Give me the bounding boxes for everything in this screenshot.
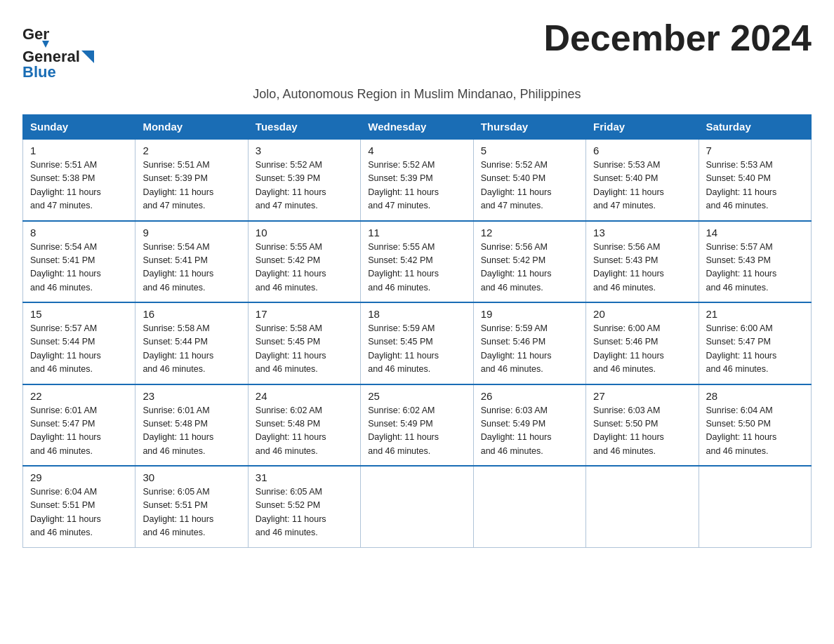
day-number: 25 bbox=[368, 390, 465, 402]
day-info: Sunrise: 5:52 AM Sunset: 5:39 PM Dayligh… bbox=[368, 159, 465, 213]
calendar-cell: 5 Sunrise: 5:52 AM Sunset: 5:40 PM Dayli… bbox=[473, 139, 585, 221]
calendar-cell: 1 Sunrise: 5:51 AM Sunset: 5:38 PM Dayli… bbox=[23, 139, 135, 221]
page-title: December 2024 bbox=[543, 17, 812, 59]
day-info: Sunrise: 5:52 AM Sunset: 5:40 PM Dayligh… bbox=[481, 159, 578, 213]
day-number: 5 bbox=[481, 145, 578, 156]
calendar-cell: 6 Sunrise: 5:53 AM Sunset: 5:40 PM Dayli… bbox=[586, 139, 699, 221]
day-number: 22 bbox=[30, 390, 128, 402]
column-header-tuesday: Tuesday bbox=[248, 115, 360, 140]
calendar-cell: 26 Sunrise: 6:03 AM Sunset: 5:49 PM Dayl… bbox=[473, 384, 585, 467]
column-header-friday: Friday bbox=[586, 115, 699, 140]
calendar-cell: 27 Sunrise: 6:03 AM Sunset: 5:50 PM Dayl… bbox=[586, 384, 699, 467]
day-number: 6 bbox=[593, 145, 691, 156]
calendar-cell: 14 Sunrise: 5:57 AM Sunset: 5:43 PM Dayl… bbox=[699, 221, 811, 303]
svg-marker-2 bbox=[81, 51, 94, 63]
calendar-cell bbox=[473, 466, 585, 547]
calendar-cell: 19 Sunrise: 5:59 AM Sunset: 5:46 PM Dayl… bbox=[473, 302, 585, 384]
calendar-table: SundayMondayTuesdayWednesdayThursdayFrid… bbox=[22, 114, 812, 548]
calendar-cell: 4 Sunrise: 5:52 AM Sunset: 5:39 PM Dayli… bbox=[361, 139, 473, 221]
calendar-cell: 2 Sunrise: 5:51 AM Sunset: 5:39 PM Dayli… bbox=[135, 139, 248, 221]
day-number: 21 bbox=[706, 308, 804, 320]
day-info: Sunrise: 5:56 AM Sunset: 5:42 PM Dayligh… bbox=[481, 241, 578, 295]
calendar-week-row: 8 Sunrise: 5:54 AM Sunset: 5:41 PM Dayli… bbox=[23, 221, 812, 303]
day-info: Sunrise: 5:58 AM Sunset: 5:45 PM Dayligh… bbox=[256, 322, 353, 377]
day-number: 2 bbox=[143, 145, 240, 156]
day-number: 15 bbox=[30, 308, 128, 320]
calendar-cell: 29 Sunrise: 6:04 AM Sunset: 5:51 PM Dayl… bbox=[23, 466, 135, 547]
day-info: Sunrise: 5:57 AM Sunset: 5:44 PM Dayligh… bbox=[30, 322, 128, 377]
day-info: Sunrise: 5:54 AM Sunset: 5:41 PM Dayligh… bbox=[30, 241, 128, 295]
day-number: 28 bbox=[706, 390, 804, 402]
day-number: 17 bbox=[256, 308, 353, 320]
day-info: Sunrise: 5:56 AM Sunset: 5:43 PM Dayligh… bbox=[593, 241, 691, 295]
calendar-cell: 30 Sunrise: 6:05 AM Sunset: 5:51 PM Dayl… bbox=[135, 466, 248, 547]
logo-blue-text: Blue bbox=[22, 63, 56, 81]
calendar-cell: 25 Sunrise: 6:02 AM Sunset: 5:49 PM Dayl… bbox=[361, 384, 473, 467]
day-number: 20 bbox=[593, 308, 691, 320]
day-info: Sunrise: 6:01 AM Sunset: 5:48 PM Dayligh… bbox=[143, 404, 240, 459]
day-info: Sunrise: 5:54 AM Sunset: 5:41 PM Dayligh… bbox=[143, 241, 240, 295]
calendar-cell: 15 Sunrise: 5:57 AM Sunset: 5:44 PM Dayl… bbox=[23, 302, 135, 384]
day-info: Sunrise: 6:01 AM Sunset: 5:47 PM Dayligh… bbox=[30, 404, 128, 459]
calendar-header-row: SundayMondayTuesdayWednesdayThursdayFrid… bbox=[23, 115, 812, 140]
calendar-cell: 10 Sunrise: 5:55 AM Sunset: 5:42 PM Dayl… bbox=[248, 221, 360, 303]
day-number: 26 bbox=[481, 390, 578, 402]
day-info: Sunrise: 6:04 AM Sunset: 5:51 PM Dayligh… bbox=[30, 485, 128, 540]
calendar-cell: 28 Sunrise: 6:04 AM Sunset: 5:50 PM Dayl… bbox=[699, 384, 811, 467]
day-info: Sunrise: 6:02 AM Sunset: 5:49 PM Dayligh… bbox=[368, 404, 465, 459]
svg-marker-1 bbox=[42, 41, 49, 48]
calendar-cell: 9 Sunrise: 5:54 AM Sunset: 5:41 PM Dayli… bbox=[135, 221, 248, 303]
day-info: Sunrise: 6:04 AM Sunset: 5:50 PM Dayligh… bbox=[706, 404, 804, 459]
day-number: 27 bbox=[593, 390, 691, 402]
day-number: 16 bbox=[143, 308, 240, 320]
day-info: Sunrise: 6:00 AM Sunset: 5:46 PM Dayligh… bbox=[593, 322, 691, 377]
day-number: 10 bbox=[256, 227, 353, 239]
day-info: Sunrise: 5:51 AM Sunset: 5:39 PM Dayligh… bbox=[143, 159, 240, 213]
day-number: 30 bbox=[143, 471, 240, 483]
day-number: 29 bbox=[30, 471, 128, 483]
calendar-cell: 7 Sunrise: 5:53 AM Sunset: 5:40 PM Dayli… bbox=[699, 139, 811, 221]
calendar-cell: 12 Sunrise: 5:56 AM Sunset: 5:42 PM Dayl… bbox=[473, 221, 585, 303]
calendar-week-row: 15 Sunrise: 5:57 AM Sunset: 5:44 PM Dayl… bbox=[23, 302, 812, 384]
calendar-cell: 16 Sunrise: 5:58 AM Sunset: 5:44 PM Dayl… bbox=[135, 302, 248, 384]
calendar-cell bbox=[361, 466, 473, 547]
day-info: Sunrise: 5:59 AM Sunset: 5:46 PM Dayligh… bbox=[481, 322, 578, 377]
day-number: 24 bbox=[256, 390, 353, 402]
day-number: 8 bbox=[30, 227, 128, 239]
day-number: 9 bbox=[143, 227, 240, 239]
calendar-cell: 18 Sunrise: 5:59 AM Sunset: 5:45 PM Dayl… bbox=[361, 302, 473, 384]
day-info: Sunrise: 5:57 AM Sunset: 5:43 PM Dayligh… bbox=[706, 241, 804, 295]
logo-triangle-icon bbox=[81, 51, 94, 63]
day-info: Sunrise: 5:52 AM Sunset: 5:39 PM Dayligh… bbox=[256, 159, 353, 213]
logo-icon: General bbox=[22, 21, 49, 48]
day-number: 23 bbox=[143, 390, 240, 402]
day-info: Sunrise: 5:58 AM Sunset: 5:44 PM Dayligh… bbox=[143, 322, 240, 377]
day-number: 11 bbox=[368, 227, 465, 239]
day-info: Sunrise: 5:53 AM Sunset: 5:40 PM Dayligh… bbox=[706, 159, 804, 213]
day-number: 4 bbox=[368, 145, 465, 156]
day-number: 19 bbox=[481, 308, 578, 320]
column-header-monday: Monday bbox=[135, 115, 248, 140]
calendar-week-row: 29 Sunrise: 6:04 AM Sunset: 5:51 PM Dayl… bbox=[23, 466, 812, 547]
calendar-cell bbox=[586, 466, 699, 547]
day-number: 12 bbox=[481, 227, 578, 239]
day-number: 31 bbox=[256, 471, 353, 483]
day-number: 1 bbox=[30, 145, 128, 156]
day-number: 3 bbox=[256, 145, 353, 156]
column-header-sunday: Sunday bbox=[23, 115, 135, 140]
calendar-cell: 17 Sunrise: 5:58 AM Sunset: 5:45 PM Dayl… bbox=[248, 302, 360, 384]
day-info: Sunrise: 5:51 AM Sunset: 5:38 PM Dayligh… bbox=[30, 159, 128, 213]
day-info: Sunrise: 5:53 AM Sunset: 5:40 PM Dayligh… bbox=[593, 159, 691, 213]
calendar-week-row: 22 Sunrise: 6:01 AM Sunset: 5:47 PM Dayl… bbox=[23, 384, 812, 467]
day-info: Sunrise: 6:00 AM Sunset: 5:47 PM Dayligh… bbox=[706, 322, 804, 377]
calendar-cell: 23 Sunrise: 6:01 AM Sunset: 5:48 PM Dayl… bbox=[135, 384, 248, 467]
calendar-cell: 31 Sunrise: 6:05 AM Sunset: 5:52 PM Dayl… bbox=[248, 466, 360, 547]
day-number: 14 bbox=[706, 227, 804, 239]
day-number: 7 bbox=[706, 145, 804, 156]
day-info: Sunrise: 5:59 AM Sunset: 5:45 PM Dayligh… bbox=[368, 322, 465, 377]
calendar-cell: 11 Sunrise: 5:55 AM Sunset: 5:42 PM Dayl… bbox=[361, 221, 473, 303]
svg-text:General: General bbox=[22, 25, 49, 43]
day-info: Sunrise: 6:05 AM Sunset: 5:51 PM Dayligh… bbox=[143, 485, 240, 540]
calendar-cell: 3 Sunrise: 5:52 AM Sunset: 5:39 PM Dayli… bbox=[248, 139, 360, 221]
day-info: Sunrise: 6:05 AM Sunset: 5:52 PM Dayligh… bbox=[256, 485, 353, 540]
